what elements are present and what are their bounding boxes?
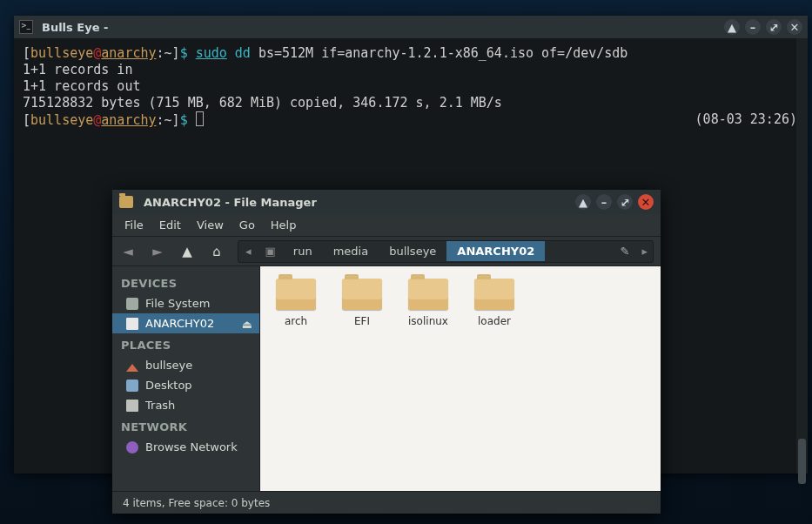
nav-up-button[interactable]: ▲ [178,244,196,259]
sidebar-item-label: Browse Network [145,440,238,453]
prompt-user: bullseye [30,112,93,128]
prompt-sep: : [157,45,164,61]
sidebar-item-browse-network[interactable]: Browse Network [112,437,259,457]
scrollbar-thumb[interactable] [798,439,806,484]
nav-home-button[interactable]: ⌂ [208,244,225,259]
shade-button[interactable]: ▲ [724,19,740,35]
shade-button[interactable]: ▲ [575,194,591,210]
prompt-path: ~ [164,45,172,61]
folder-label: loader [471,315,518,327]
sidebar-item-desktop[interactable]: Desktop [112,375,259,395]
fm-menubar: File Edit View Go Help [112,214,661,237]
term-output-line: 1+1 records in [23,62,132,77]
sidebar-item-label: File System [145,297,210,310]
prompt-at: @ [93,45,101,61]
close-button[interactable]: ✕ [787,19,802,35]
path-device-icon[interactable]: ▣ [258,241,283,261]
sidebar-item-volume[interactable]: ANARCHY02⏏ [112,313,259,333]
menu-go[interactable]: Go [232,216,262,234]
disk-icon [126,298,138,310]
folder-label: isolinux [405,315,452,327]
path-overflow-icon[interactable]: ▸ [636,241,653,261]
sidebar-header-places: PLACES [112,333,259,355]
close-button[interactable]: ✕ [638,194,654,210]
folder-item[interactable]: EFI [339,279,386,327]
path-seg-media[interactable]: media [323,241,379,261]
path-seg-user[interactable]: bullseye [379,241,446,261]
fm-main: DEVICES File System ANARCHY02⏏ PLACES bu… [112,266,661,491]
menu-view[interactable]: View [190,216,231,234]
minimize-button[interactable]: – [596,194,612,210]
fm-title: ANARCHY02 - File Manager [144,196,570,209]
terminal-icon [19,20,33,34]
fm-sidebar: DEVICES File System ANARCHY02⏏ PLACES bu… [112,266,260,491]
network-icon [126,441,138,453]
folder-item[interactable]: isolinux [405,279,452,327]
sidebar-item-trash[interactable]: Trash [112,395,259,415]
nav-back-button[interactable]: ◄ [119,244,137,259]
folder-item[interactable]: loader [471,279,518,327]
path-history-icon[interactable]: ◂ [238,241,258,261]
fm-titlebar[interactable]: ANARCHY02 - File Manager ▲ – ⤢ ✕ [112,190,661,214]
trash-icon [126,400,138,412]
prompt-host: anarchy [101,45,156,61]
prompt-sep: : [157,112,164,128]
fm-statusbar: 4 items, Free space: 0 bytes [112,491,661,514]
cmd-dd: dd [235,45,251,61]
prompt-user: bullseye [30,45,93,61]
path-seg-volume[interactable]: ANARCHY02 [446,241,545,261]
file-manager-window: ANARCHY02 - File Manager ▲ – ⤢ ✕ File Ed… [112,190,661,514]
usb-icon [126,318,138,330]
terminal-clock: (08-03 23:26) [695,111,797,128]
desktop-icon [126,380,138,392]
fm-toolbar: ◄ ► ▲ ⌂ ◂ ▣ run media bullseye ANARCHY02… [112,237,661,266]
folder-icon [408,279,448,310]
folder-icon [276,279,316,310]
sidebar-header-devices: DEVICES [112,272,259,293]
sidebar-header-network: NETWORK [112,415,259,437]
cmd-args: bs=512M if=anarchy-1.2.1-x86_64.iso of=/… [258,45,627,61]
sidebar-item-label: Desktop [145,379,192,392]
status-text: 4 items, Free space: 0 bytes [123,497,270,509]
menu-help[interactable]: Help [264,216,304,234]
eject-icon[interactable]: ⏏ [242,318,252,331]
folder-icon [342,279,382,310]
sidebar-item-label: bullseye [145,359,192,372]
maximize-button[interactable]: ⤢ [766,19,782,35]
path-seg-run[interactable]: run [283,241,323,261]
prompt-host: anarchy [101,112,156,128]
prompt-open: [ [23,112,30,128]
cursor [196,111,204,126]
prompt-dollar: $ [180,45,188,61]
folder-item[interactable]: arch [272,279,319,327]
sidebar-item-filesystem[interactable]: File System [112,293,259,313]
term-output-line: 1+1 records out [23,78,140,94]
prompt-close: ] [172,112,180,128]
menu-edit[interactable]: Edit [152,216,188,234]
sidebar-item-label: ANARCHY02 [145,317,214,330]
nav-forward-button[interactable]: ► [149,244,166,259]
minimize-button[interactable]: – [745,19,761,35]
sidebar-item-home[interactable]: bullseye [112,355,259,375]
menu-file[interactable]: File [117,216,151,234]
maximize-button[interactable]: ⤢ [617,194,633,210]
folder-label: EFI [339,315,386,327]
fm-content[interactable]: arch EFI isolinux loader [260,266,661,491]
cmd-sudo: sudo [196,45,227,61]
terminal-scrollbar[interactable] [796,38,808,474]
path-bar: ◂ ▣ run media bullseye ANARCHY02 ✎ ▸ [238,240,654,263]
folder-icon [119,196,133,208]
path-edit-icon[interactable]: ✎ [614,241,637,261]
sidebar-item-label: Trash [145,399,175,412]
terminal-title: Bulls Eye - [42,21,719,34]
home-icon [126,359,138,372]
prompt-path: ~ [164,112,172,128]
prompt-dollar: $ [180,112,188,128]
prompt-open: [ [23,45,30,61]
term-output-line: 715128832 bytes (715 MB, 682 MiB) copied… [23,95,502,111]
terminal-titlebar[interactable]: Bulls Eye - ▲ – ⤢ ✕ [14,16,808,38]
prompt-close: ] [172,45,180,61]
prompt-at: @ [93,112,101,128]
folder-icon [474,279,514,310]
folder-label: arch [272,315,319,327]
